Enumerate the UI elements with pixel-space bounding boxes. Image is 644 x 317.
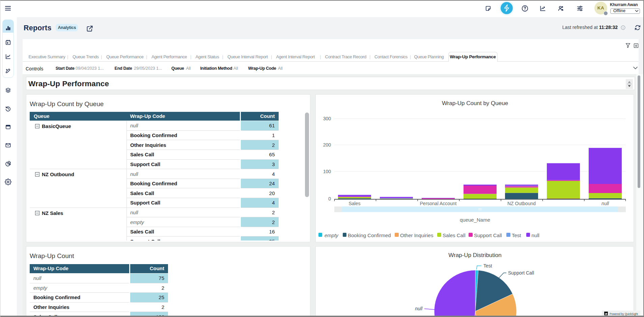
svg-text:0: 0	[328, 196, 331, 201]
svg-text:null: null	[601, 201, 609, 206]
svg-text:null: null	[415, 306, 423, 311]
svg-text:Test: Test	[483, 263, 492, 268]
svg-text:Personal Account: Personal Account	[420, 201, 457, 206]
svg-text:300: 300	[323, 116, 331, 121]
svg-text:Support Call: Support Call	[508, 270, 534, 276]
svg-text:Sales: Sales	[348, 201, 360, 206]
svg-text:Wrap-Up Distribution: Wrap-Up Distribution	[448, 252, 501, 258]
svg-text:200: 200	[323, 142, 331, 148]
svg-text:100: 100	[323, 169, 331, 174]
svg-text:Wrap-Up Count by Queue: Wrap-Up Count by Queue	[442, 100, 508, 106]
svg-text:queue_Name: queue_Name	[460, 217, 490, 223]
svg-text:NZ Outbound: NZ Outbound	[507, 201, 536, 206]
